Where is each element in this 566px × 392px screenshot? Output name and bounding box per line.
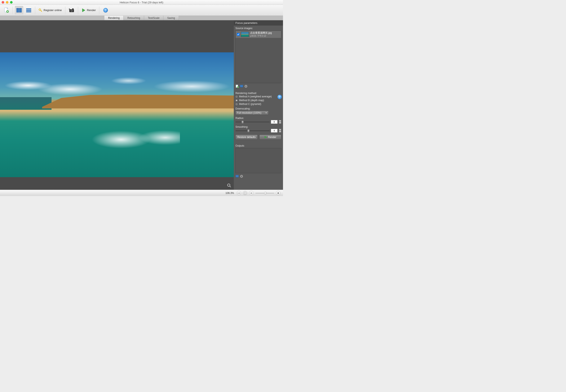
monitor-icon [240,84,243,88]
radius-slider[interactable] [235,120,269,124]
camera-button[interactable] [68,6,76,14]
restore-defaults-button[interactable]: Restore defaults [235,135,258,140]
svg-rect-5 [26,10,31,11]
source-settings-button[interactable] [244,84,248,88]
method-b-radio[interactable]: Method B (depth map) [235,98,281,102]
toolbar-separator [13,6,13,14]
radius-control: 8 ▲ ▼ [235,120,281,124]
source-image-checkbox[interactable] [237,33,240,36]
gear-icon [244,84,248,88]
zoom-slider[interactable] [255,191,274,195]
svg-rect-10 [72,8,73,9]
window-controls [2,1,13,3]
register-online-button[interactable]: Register online [37,6,63,14]
magnifier-button[interactable] [227,183,231,188]
smoothing-down-button[interactable]: ▼ [279,131,281,133]
radius-up-button[interactable]: ▲ [279,120,281,122]
source-image-thumbnail [241,32,249,37]
smoothing-control: 4 ▲ ▼ [235,129,281,133]
mode-tabstrip: Rendering Retouching Text/Scale Saving [0,16,283,20]
source-image-meta: 点击查看源网页.jpg y/4/15 下午2:12 [250,32,272,37]
main-toolbar: Register online Render ? [0,5,283,16]
plus-icon [277,192,280,194]
svg-rect-2 [16,8,19,12]
tab-textscale[interactable]: Text/Scale [144,16,163,20]
add-source-button[interactable] [235,84,239,88]
right-panel: Focus parameters Source images: 点击查看源网页.… [234,20,283,190]
svg-rect-17 [236,175,239,177]
source-actions [235,84,281,89]
rendering-help-button[interactable]: ? [277,95,282,99]
svg-point-7 [39,9,41,11]
source-images-label: Source images: [235,27,281,30]
outputs-list[interactable] [235,148,281,173]
svg-rect-6 [26,11,31,12]
smoothing-slider[interactable] [235,129,269,132]
outputs-label: Outputs [235,144,281,147]
radius-down-button[interactable]: ▼ [279,122,281,124]
layout-list-button[interactable] [25,6,33,14]
svg-point-19 [241,175,242,177]
key-icon [39,8,42,12]
image-viewer [0,20,234,190]
render-button[interactable]: Render [80,6,97,14]
add-file-button[interactable] [2,6,11,14]
svg-rect-18 [237,177,238,178]
layout-list-icon [26,8,31,13]
help-button[interactable]: ? [101,6,110,14]
titlebar: Helicon Focus 6 - Trial (29 days left) [0,0,283,5]
method-a-radio[interactable]: Method A (weighted average) [235,95,281,98]
render-label: Render [87,9,96,12]
panel-title: Focus parameters [234,20,283,26]
preview-image [0,52,234,177]
radius-value[interactable]: 8 [271,120,278,124]
zoom-in-button[interactable] [276,191,281,195]
add-file-small-icon [235,84,239,88]
downscaling-label: Downscaling: [235,107,281,110]
source-images-list[interactable]: 点击查看源网页.jpg y/4/15 下午2:12 [235,30,281,83]
zoom-fit-button[interactable] [243,191,247,195]
tab-retouching[interactable]: Retouching [124,16,144,20]
action-buttons: Restore defaults Render [235,135,281,140]
output-screen-button[interactable] [235,175,239,178]
layout-split-button[interactable] [15,6,23,14]
screen-source-button[interactable] [240,84,243,88]
add-file-icon [4,7,9,13]
tab-rendering[interactable]: Rendering [104,16,124,20]
radio-icon [235,96,238,98]
smoothing-value[interactable]: 4 [271,129,278,133]
zoom-out-button[interactable] [249,191,254,195]
canvas-container[interactable] [0,20,234,190]
downscaling-select[interactable]: Full resolution (100%) ▼ [235,111,269,115]
panel-render-label: Render [268,136,276,139]
close-window-button[interactable] [2,1,4,3]
method-b-label: Method B (depth map) [239,99,264,102]
radius-label: Radius: [235,117,281,120]
zoom-percentage: 106.3% [226,192,234,195]
svg-rect-20 [244,192,246,194]
smoothing-up-button[interactable]: ▲ [279,129,281,131]
play-icon [82,8,86,12]
smoothing-label: Smoothing: [235,126,281,128]
svg-rect-15 [241,87,242,88]
radio-icon [235,103,238,105]
source-image-item[interactable]: 点击查看源网页.jpg y/4/15 下午2:12 [236,31,281,38]
rendering-method-label: Rendering method: [235,92,281,95]
play-small-icon [264,136,267,139]
panel-render-button[interactable]: Render [259,135,282,140]
toolbar-separator [35,6,35,14]
minimize-window-button[interactable] [6,1,8,3]
method-c-label: Method C (pyramid) [239,103,261,106]
method-c-radio[interactable]: Method C (pyramid) [235,102,281,106]
radio-icon [235,99,238,101]
monitor-icon [235,175,239,178]
downscaling-value: Full resolution (100%) [237,112,261,114]
tab-saving[interactable]: Saving [163,16,179,20]
svg-rect-14 [240,85,243,87]
zoom-actual-button[interactable]: 1:1 [237,191,241,195]
source-images-section: Source images: 点击查看源网页.jpg y/4/15 下午2:12 [234,26,283,90]
maximize-window-button[interactable] [10,1,13,3]
output-settings-button[interactable] [240,175,243,178]
radius-spinner: ▲ ▼ [279,120,281,124]
fit-screen-icon [244,192,246,194]
